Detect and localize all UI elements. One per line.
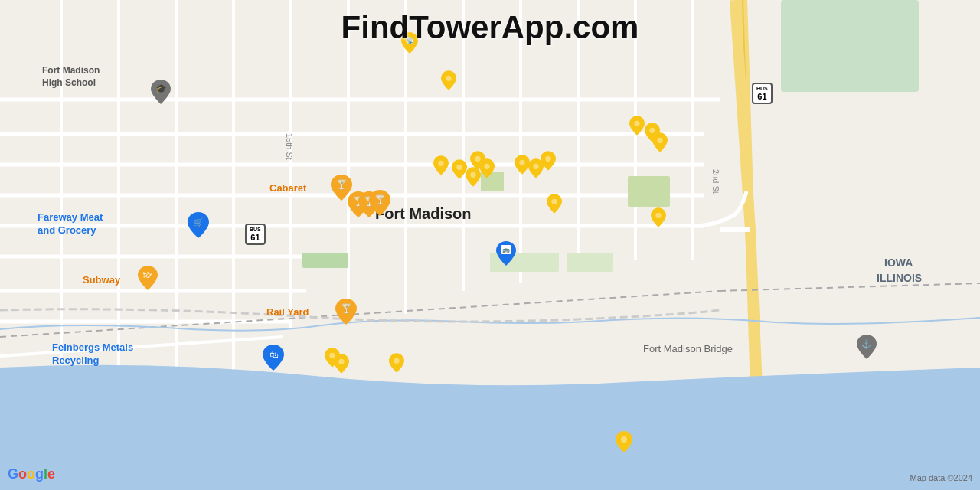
google-logo: Google: [8, 466, 55, 482]
street-label-2nd: 2nd St: [711, 169, 720, 194]
yellow-pin: [514, 155, 530, 175]
yellow-pin-river: [616, 431, 632, 452]
svg-text:🎓: 🎓: [155, 83, 167, 94]
street-label-15th: 15th St: [285, 133, 294, 160]
svg-point-39: [456, 165, 462, 170]
svg-point-44: [533, 164, 538, 169]
site-title: FindTowerApp.com: [341, 9, 639, 46]
yellow-pin: [466, 167, 481, 187]
gray-pin-food: 🍽: [138, 266, 158, 290]
svg-point-46: [551, 199, 557, 204]
svg-point-49: [657, 138, 662, 143]
svg-point-41: [470, 172, 475, 178]
yellow-pin: [389, 353, 404, 373]
svg-text:⚓: ⚓: [861, 338, 872, 349]
high-school-label: Fort MadisonHigh School: [42, 65, 100, 89]
orange-pin-railyard: 🍸: [335, 299, 357, 325]
yellow-pin: [479, 158, 495, 178]
iowa-label: IOWA: [884, 256, 913, 269]
svg-point-52: [338, 359, 344, 364]
svg-rect-32: [567, 253, 612, 272]
orange-pin-cocktail: 🍸: [369, 190, 390, 216]
svg-point-37: [446, 76, 451, 81]
svg-point-38: [438, 161, 443, 166]
feinbergs-label: Feinbergs MetalsRecycling: [52, 341, 133, 368]
svg-rect-30: [628, 176, 670, 207]
svg-text:🍸: 🍸: [336, 178, 348, 190]
fareway-label: Fareway Meatand Grocery: [38, 211, 103, 237]
svg-text:🛍: 🛍: [270, 350, 279, 359]
bridge-label: Fort Madison Bridge: [643, 343, 733, 354]
svg-point-47: [634, 121, 639, 126]
railyard-label: Rail Yard: [266, 306, 309, 318]
yellow-pin: [547, 194, 562, 214]
cabaret-label: Cabaret: [270, 182, 306, 194]
blue-pin-transit: 🚌: [496, 241, 516, 266]
yellow-pin: [629, 116, 645, 136]
yellow-pin: [334, 354, 349, 374]
svg-point-45: [545, 156, 550, 162]
gray-pin-school: 🎓: [151, 80, 171, 104]
svg-rect-29: [302, 253, 348, 268]
bus-shield-2: BUS 61: [752, 83, 773, 104]
bus-shield-1: BUS 61: [245, 224, 266, 245]
svg-text:🍸: 🍸: [374, 194, 386, 205]
map-copyright: Map data ©2024: [910, 473, 973, 482]
blue-pin-cart: 🛒: [188, 212, 209, 238]
yellow-pin: [441, 70, 456, 90]
svg-text:🍽: 🍽: [143, 270, 152, 280]
gray-pin-bridge: ⚓: [857, 335, 877, 359]
svg-text:🛒: 🛒: [193, 217, 204, 227]
svg-point-42: [484, 164, 489, 169]
yellow-pin: [433, 155, 449, 175]
svg-point-54: [621, 436, 627, 443]
yellow-pin: [652, 132, 668, 152]
svg-rect-1: [781, 0, 919, 92]
yellow-pin: [452, 159, 467, 179]
blue-pin-bag: 🛍: [263, 345, 284, 371]
subway-label: Subway: [83, 274, 120, 286]
map-container: FindTowerApp.com 15th St 2nd St Fort Mad…: [0, 0, 980, 490]
yellow-pin: [651, 207, 666, 227]
yellow-pin: [541, 151, 556, 171]
svg-text:🚌: 🚌: [502, 246, 510, 253]
map-svg: [0, 0, 980, 490]
svg-point-50: [655, 213, 661, 218]
svg-point-43: [519, 160, 524, 165]
svg-point-53: [394, 358, 399, 364]
svg-text:🍸: 🍸: [341, 302, 352, 314]
illinois-label: ILLINOIS: [877, 272, 922, 284]
